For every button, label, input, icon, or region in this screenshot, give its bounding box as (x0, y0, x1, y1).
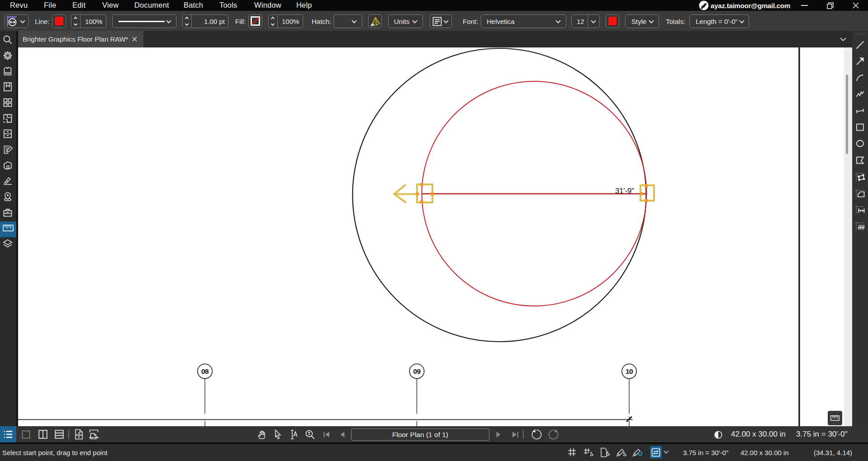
svg-text:09: 09 (413, 367, 421, 375)
svg-text:31'-9": 31'-9" (615, 187, 634, 195)
svg-text:10: 10 (626, 367, 633, 375)
svg-text:08: 08 (201, 367, 209, 375)
